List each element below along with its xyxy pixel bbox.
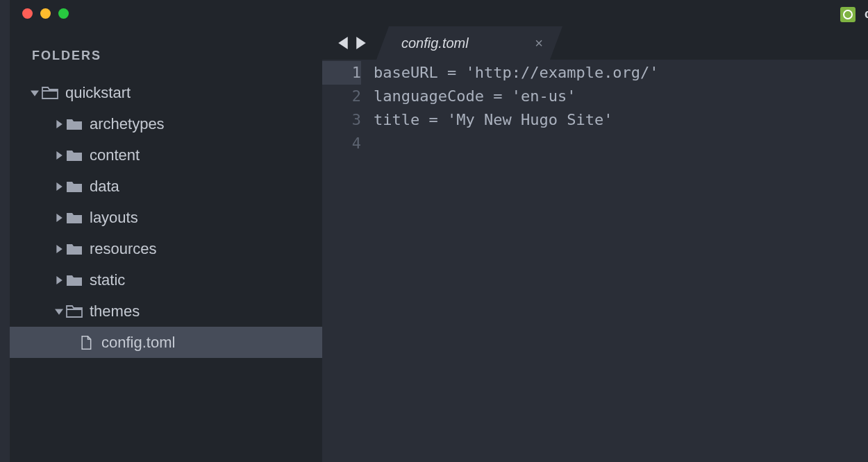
folder-icon — [66, 273, 83, 287]
tree-folder-layouts[interactable]: layouts — [10, 202, 322, 233]
code-line: title = 'My New Hugo Site' — [374, 108, 868, 132]
app-label: c — [865, 7, 868, 22]
code-editor[interactable]: 1 2 3 4 baseURL = 'http://example.org/' … — [322, 60, 868, 462]
tab-close-button[interactable]: × — [535, 35, 543, 51]
svg-marker-8 — [338, 37, 348, 49]
svg-marker-9 — [356, 37, 366, 49]
folder-icon — [66, 117, 83, 131]
tree-folder-themes[interactable]: themes — [10, 296, 322, 327]
editor-window: c FOLDERS quickstart archet — [10, 0, 868, 462]
tab-bar: config.toml × — [322, 26, 868, 60]
tree-item-label: static — [90, 271, 125, 289]
tree-item-label: config.toml — [101, 334, 175, 352]
folder-open-icon — [42, 86, 58, 100]
chevron-down-icon[interactable] — [55, 307, 63, 316]
minimize-window-button[interactable] — [40, 8, 51, 19]
folder-sidebar: FOLDERS quickstart archetypes — [10, 26, 322, 462]
tree-folder-archetypes[interactable]: archetypes — [10, 108, 322, 139]
title-bar: c — [10, 0, 868, 26]
tree-item-label: quickstart — [65, 84, 131, 102]
svg-marker-2 — [56, 151, 62, 160]
tree-folder-content[interactable]: content — [10, 139, 322, 171]
chevron-right-icon[interactable] — [55, 245, 63, 253]
tree-folder-resources[interactable]: resources — [10, 233, 322, 264]
code-line — [374, 132, 868, 155]
tree-file-config-toml[interactable]: config.toml — [10, 327, 322, 358]
svg-marker-7 — [55, 309, 63, 314]
folder-icon — [66, 242, 83, 256]
line-number: 2 — [322, 85, 361, 108]
tree-folder-quickstart[interactable]: quickstart — [10, 77, 322, 108]
nav-back-button[interactable] — [336, 36, 350, 50]
maximize-window-button[interactable] — [58, 8, 69, 19]
tree-item-label: layouts — [90, 209, 138, 227]
tree-item-label: archetypes — [90, 115, 165, 133]
code-line: baseURL = 'http://example.org/' — [374, 61, 868, 85]
line-number: 3 — [322, 108, 361, 132]
chevron-right-icon[interactable] — [55, 276, 63, 284]
chevron-right-icon[interactable] — [55, 214, 63, 222]
line-gutter: 1 2 3 4 — [322, 61, 374, 462]
chevron-right-icon[interactable] — [55, 120, 63, 128]
editor-area: config.toml × 1 2 3 4 baseURL = 'http://… — [322, 26, 868, 462]
file-icon — [78, 336, 94, 350]
folder-icon — [66, 180, 83, 194]
svg-marker-5 — [56, 245, 62, 253]
traffic-lights — [22, 8, 69, 19]
svg-marker-6 — [56, 276, 62, 284]
code-content[interactable]: baseURL = 'http://example.org/' language… — [374, 61, 868, 462]
tree-item-label: resources — [90, 240, 157, 258]
code-line: languageCode = 'en-us' — [374, 85, 868, 108]
tree-item-label: themes — [90, 302, 140, 320]
nav-forward-button[interactable] — [354, 36, 368, 50]
svg-marker-0 — [31, 90, 39, 96]
tab-config-toml[interactable]: config.toml × — [376, 26, 562, 60]
line-number: 4 — [322, 132, 361, 155]
folder-icon — [66, 211, 83, 225]
tree-folder-data[interactable]: data — [10, 171, 322, 202]
app-icon — [840, 7, 856, 22]
tab-label: config.toml — [401, 35, 469, 51]
svg-marker-4 — [56, 214, 62, 222]
line-number: 1 — [322, 61, 361, 85]
chevron-down-icon[interactable] — [31, 89, 39, 97]
chevron-right-icon[interactable] — [55, 182, 63, 191]
tree-item-label: content — [90, 146, 140, 164]
tree-item-label: data — [90, 178, 119, 196]
chevron-right-icon[interactable] — [55, 151, 63, 160]
folder-open-icon — [66, 305, 83, 318]
folder-icon — [66, 148, 83, 162]
svg-marker-1 — [56, 120, 62, 128]
svg-marker-3 — [56, 182, 62, 191]
sidebar-header: FOLDERS — [10, 49, 322, 63]
close-window-button[interactable] — [22, 8, 33, 19]
tree-folder-static[interactable]: static — [10, 264, 322, 296]
